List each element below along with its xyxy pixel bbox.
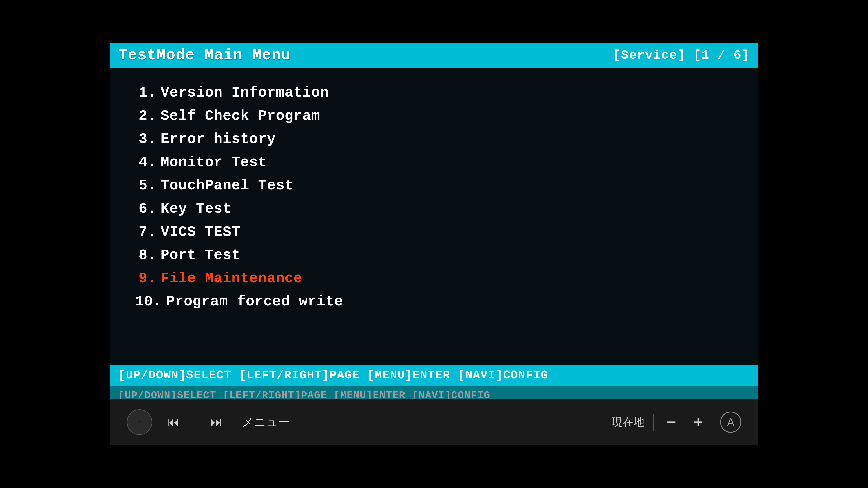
menu-item-num-4: 4. <box>135 154 156 171</box>
menu-item-4[interactable]: 4.Monitor Test <box>135 151 737 174</box>
menu-item-10[interactable]: 10.Program forced write <box>135 290 737 313</box>
circle-a-button[interactable]: A <box>720 412 741 433</box>
menu-item-label-4: Monitor Test <box>161 154 267 170</box>
eject-icon: ⏏ <box>138 420 141 424</box>
eject-button[interactable]: ⏏ <box>127 410 152 435</box>
menu-item-2[interactable]: 2.Self Check Program <box>135 104 737 128</box>
service-badge: [Service] [1 / 6] <box>613 48 750 63</box>
menu-item-label-7: VICS TEST <box>161 224 240 240</box>
bottom-controls: ⏏ ⏮ ⏭ メニュー 現在地 − + A <box>110 399 758 445</box>
screen-container: TestMode Main Menu [Service] [1 / 6] 1.V… <box>110 43 758 445</box>
menu-item-num-9: 9. <box>135 270 156 287</box>
menu-item-5[interactable]: 5.TouchPanel Test <box>135 174 737 197</box>
main-display: TestMode Main Menu [Service] [1 / 6] 1.V… <box>110 43 758 399</box>
menu-item-num-10: 10. <box>135 293 162 310</box>
menu-label[interactable]: メニュー <box>242 414 290 430</box>
menu-item-3[interactable]: 3.Error history <box>135 128 737 151</box>
controls-divider-1 <box>194 412 195 433</box>
nav-hint-text: [UP/DOWN]SELECT [LEFT/RIGHT]PAGE [MENU]E… <box>118 368 549 382</box>
menu-item-9[interactable]: 9.File Maintenance <box>135 267 737 290</box>
menu-item-num-7: 7. <box>135 223 156 241</box>
menu-item-8[interactable]: 8.Port Test <box>135 243 737 267</box>
menu-item-num-8: 8. <box>135 247 156 264</box>
menu-item-label-3: Error history <box>161 131 276 147</box>
title-bar: TestMode Main Menu [Service] [1 / 6] <box>110 43 758 68</box>
zoom-minus-button[interactable]: − <box>662 412 681 432</box>
prev-button[interactable]: ⏮ <box>165 413 182 432</box>
menu-item-7[interactable]: 7.VICS TEST <box>135 221 737 244</box>
menu-item-label-8: Port Test <box>161 247 240 263</box>
menu-item-label-6: Key Test <box>161 201 231 217</box>
location-label[interactable]: 現在地 <box>612 415 645 429</box>
menu-item-num-2: 2. <box>135 107 156 125</box>
location-controls: 現在地 − + <box>612 412 707 432</box>
menu-item-6[interactable]: 6.Key Test <box>135 197 737 221</box>
zoom-divider <box>653 414 654 431</box>
circle-a-label: A <box>727 416 734 428</box>
menu-item-label-1: Version Information <box>161 85 329 101</box>
menu-item-num-3: 3. <box>135 130 156 148</box>
zoom-plus-button[interactable]: + <box>689 412 707 432</box>
screen-title: TestMode Main Menu <box>118 46 291 64</box>
menu-content: 1.Version Information2.Self Check Progra… <box>110 68 758 365</box>
menu-item-label-10: Program forced write <box>166 293 343 310</box>
next-button[interactable]: ⏭ <box>208 413 225 432</box>
menu-item-num-5: 5. <box>135 177 156 194</box>
menu-item-label-9: File Maintenance <box>161 270 302 287</box>
nav-hint-text-2: [UP/DOWN]SELECT [LEFT/RIGHT]PAGE [MENU]E… <box>118 390 490 399</box>
menu-item-label-5: TouchPanel Test <box>161 177 293 194</box>
menu-item-num-1: 1. <box>135 84 156 101</box>
nav-hint-bar-2: [UP/DOWN]SELECT [LEFT/RIGHT]PAGE [MENU]E… <box>110 386 758 399</box>
nav-hint-bar: [UP/DOWN]SELECT [LEFT/RIGHT]PAGE [MENU]E… <box>110 365 758 386</box>
menu-item-label-2: Self Check Program <box>161 108 320 124</box>
menu-item-1[interactable]: 1.Version Information <box>135 81 737 104</box>
menu-item-num-6: 6. <box>135 200 156 218</box>
